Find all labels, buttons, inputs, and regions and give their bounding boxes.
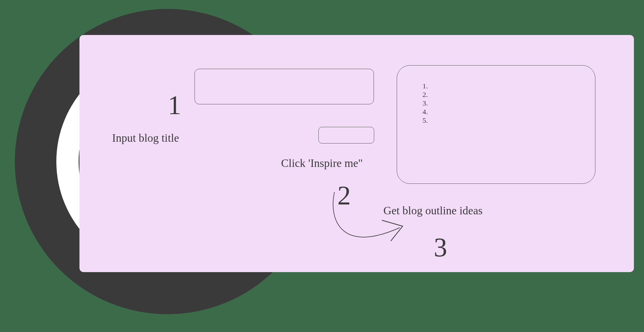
blog-title-input[interactable] xyxy=(195,69,374,104)
arrow-icon xyxy=(311,189,459,266)
inspire-me-button[interactable] xyxy=(318,127,374,143)
step-1-number: 1 xyxy=(168,90,181,120)
outline-list xyxy=(424,82,568,124)
outline-item xyxy=(430,99,568,107)
outline-item xyxy=(430,116,568,124)
outline-ideas-box xyxy=(397,65,595,184)
diagram-card: 1 Input blog title Click 'Inspire me" 2 … xyxy=(79,35,634,272)
outline-item xyxy=(430,108,568,116)
outline-item xyxy=(430,82,568,90)
step-2-label: Click 'Inspire me" xyxy=(281,157,363,170)
step-1-label: Input blog title xyxy=(112,131,179,144)
outline-item xyxy=(430,91,568,99)
